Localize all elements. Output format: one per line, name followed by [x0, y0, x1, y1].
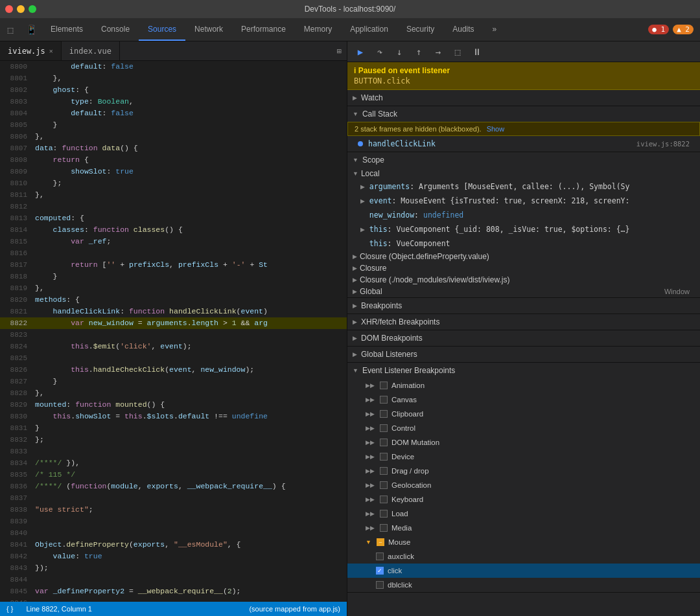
checkbox-load[interactable] [380, 510, 388, 518]
code-line-8813: 8813 computed: { [0, 212, 347, 224]
listener-media[interactable]: ▶ Media [347, 521, 700, 535]
scope-chevron [353, 157, 358, 163]
event-listener-chevron [353, 367, 358, 374]
scope-local-header[interactable]: Local [347, 168, 700, 179]
callstack-warning-banner: 2 stack frames are hidden (blackboxed). … [347, 122, 700, 136]
watch-section-header[interactable]: Watch [347, 90, 700, 106]
listener-device[interactable]: ▶ Device [347, 450, 700, 464]
listener-dblclick[interactable]: dblclick [347, 578, 700, 592]
code-line-8807: 8807 data: function data() { [0, 143, 347, 154]
listener-keyboard[interactable]: ▶ Keyboard [347, 492, 700, 507]
listener-control[interactable]: ▶ Control [347, 421, 700, 435]
tab-elements[interactable]: Elements [41, 18, 92, 41]
checkbox-device[interactable] [380, 453, 388, 461]
listener-animation[interactable]: ▶ Animation [347, 378, 700, 393]
step-button[interactable]: → [430, 44, 446, 60]
listener-mouse[interactable]: ▼ – Mouse [347, 535, 700, 549]
code-line-8846: 8846 [0, 597, 347, 602]
global-listeners-header[interactable]: Global Listeners [347, 347, 700, 362]
code-editor[interactable]: 8800 default: false 8801 }, 8802 ghost: … [0, 61, 347, 602]
code-line-8815: 8815 var _ref; [0, 236, 347, 247]
code-line-8810: 8810 }; [0, 177, 347, 189]
listener-canvas[interactable]: ▶ Canvas [347, 393, 700, 407]
checkbox-geolocation[interactable] [380, 481, 388, 489]
scope-global[interactable]: Global Window [347, 286, 700, 297]
file-tab-index-label: index.vue [69, 47, 111, 56]
listener-clipboard[interactable]: ▶ Clipboard [347, 407, 700, 421]
call-stack-header[interactable]: Call Stack [347, 106, 700, 122]
code-line-8817: 8817 return ['' + prefixCls, prefixCls +… [0, 259, 347, 271]
tab-audits[interactable]: Audits [443, 18, 483, 41]
global-listeners-section: Global Listeners [347, 347, 700, 363]
code-line-8844: 8844 [0, 574, 347, 586]
step-out-button[interactable]: ↑ [411, 44, 426, 60]
code-line-8834: 8834 /****/ }), [0, 457, 347, 469]
scope-closure3[interactable]: Closure (./node_modules/iview/dist/iview… [347, 274, 700, 286]
tab-more[interactable]: » [484, 18, 506, 41]
xhr-breakpoints-header[interactable]: XHR/fetch Breakpoints [347, 314, 700, 330]
checkbox-keyboard[interactable] [380, 496, 388, 503]
scope-closure1[interactable]: Closure (Object.defineProperty.value) [347, 251, 700, 262]
tab-network[interactable]: Network [185, 18, 232, 41]
inspect-icon[interactable]: ⬚ [0, 18, 21, 41]
tab-sources[interactable]: Sources [139, 18, 185, 41]
checkbox-clipboard[interactable] [380, 410, 388, 418]
breakpoints-section: Breakpoints [347, 298, 700, 314]
file-tab-iview[interactable]: iview.js ✕ [0, 41, 62, 60]
pause-on-exceptions-button[interactable]: ⏸ [469, 44, 485, 60]
dom-breakpoints-header[interactable]: DOM Breakpoints [347, 330, 700, 346]
listener-drag-drop[interactable]: ▶ Drag / drop [347, 464, 700, 478]
minimize-button[interactable] [17, 5, 25, 13]
checkbox-auxclick[interactable] [376, 553, 384, 560]
listener-load[interactable]: ▶ Load [347, 507, 700, 521]
callstack-show-link[interactable]: Show [487, 125, 505, 133]
checkbox-dblclick[interactable] [376, 581, 384, 589]
checkbox-dom-mutation[interactable] [380, 439, 388, 446]
tab-application[interactable]: Application [341, 18, 397, 41]
checkbox-control[interactable] [380, 424, 388, 432]
checkbox-canvas[interactable] [380, 396, 388, 404]
callstack-item-handleClickLink[interactable]: handleClickLink iview.js:8822 [347, 136, 700, 152]
scope-section-header[interactable]: Scope [347, 152, 700, 168]
tab-memory[interactable]: Memory [295, 18, 341, 41]
watch-section: Watch [347, 90, 700, 106]
scope-this: this: VueComponent [347, 236, 700, 251]
checkbox-drag-drop[interactable] [380, 467, 388, 475]
xhr-breakpoints-label: XHR/fetch Breakpoints [361, 317, 439, 326]
breakpoints-header[interactable]: Breakpoints [347, 298, 700, 314]
xhr-breakpoints-section: XHR/fetch Breakpoints [347, 314, 700, 330]
code-line-8819: 8819 }, [0, 282, 347, 294]
event-listener-breakpoints-header[interactable]: Event Listener Breakpoints [347, 363, 700, 378]
scope-closure2[interactable]: Closure [347, 262, 700, 274]
listener-dom-mutation[interactable]: ▶ DOM Mutation [347, 435, 700, 450]
code-line-8840: 8840 [0, 527, 347, 539]
maximize-button[interactable] [29, 5, 36, 13]
checkbox-media[interactable] [380, 524, 388, 532]
device-icon[interactable]: 📱 [21, 18, 41, 41]
step-into-button[interactable]: ↓ [391, 44, 407, 60]
file-tab-index[interactable]: index.vue [62, 41, 120, 60]
file-format-icon[interactable]: ⊞ [337, 47, 342, 56]
code-line-8832: 8832 }; [0, 434, 347, 446]
listener-auxclick[interactable]: auxclick [347, 549, 700, 564]
file-tab-bar: iview.js ✕ index.vue ⊞ [0, 41, 347, 61]
step-over-button[interactable]: ↷ [372, 44, 388, 60]
tab-performance[interactable]: Performance [232, 18, 295, 41]
main-layout: iview.js ✕ index.vue ⊞ 8800 default: fal… [0, 41, 700, 616]
checkbox-mouse[interactable]: – [377, 538, 384, 546]
deactivate-breakpoints-button[interactable]: ⬚ [450, 44, 465, 60]
resume-button[interactable]: ▶ [353, 44, 368, 60]
checkbox-animation[interactable] [380, 382, 388, 389]
window-controls[interactable] [5, 5, 36, 13]
close-button[interactable] [5, 5, 13, 13]
xhr-chevron [353, 319, 357, 325]
tab-security[interactable]: Security [397, 18, 443, 41]
global-listeners-label: Global Listeners [361, 350, 417, 359]
call-stack-label: Call Stack [362, 109, 397, 119]
file-tab-iview-close[interactable]: ✕ [49, 47, 53, 54]
listener-click[interactable]: ✓ click [347, 564, 700, 578]
callstack-dot [358, 141, 363, 146]
tab-console[interactable]: Console [92, 18, 139, 41]
checkbox-click[interactable]: ✓ [376, 567, 384, 575]
listener-geolocation[interactable]: ▶ Geolocation [347, 478, 700, 492]
